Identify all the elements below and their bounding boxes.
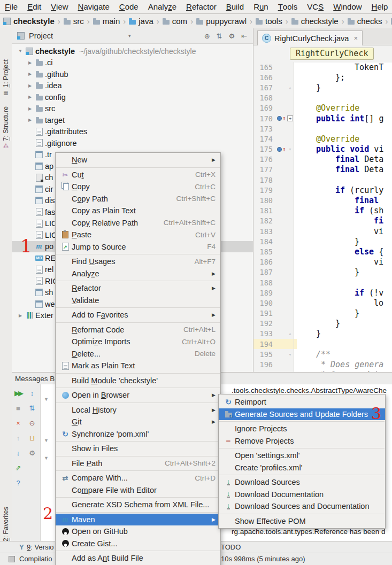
menu-item-add-to-favorites[interactable]: Add to Favorites▶ [56, 309, 220, 321]
menu-item-show-effective-pom[interactable]: Show Effective POM [219, 515, 385, 528]
breadcrumb-item[interactable]: checkstyle [3, 17, 55, 26]
menu-item-compare-with-[interactable]: Compare With...Ctrl+D [56, 472, 220, 484]
menu-item-git[interactable]: Git▶ [56, 416, 220, 428]
collapse-all-icon[interactable]: ⇅ [217, 32, 222, 40]
menu-item-open-in-browser[interactable]: Open in Browser▶ [56, 389, 220, 401]
menu-item-optimize-imports[interactable]: Optimize ImportsCtrl+Alt+O [56, 336, 220, 348]
close-icon[interactable]: × [13, 417, 24, 428]
menu-item-show-in-files[interactable]: Show in Files [56, 443, 220, 455]
menubar-item-analyze[interactable]: Analyze [143, 0, 181, 13]
tree-item-src[interactable]: ▶src [12, 103, 253, 115]
menu-item-copy[interactable]: CopyCtrl+C [56, 181, 220, 193]
menu-item-create-gist-[interactable]: Create Gist... [56, 538, 220, 550]
menubar-item-help[interactable]: Help [367, 0, 392, 13]
breadcrumb-item[interactable]: com [163, 17, 187, 26]
chevron-right-icon[interactable]: ▶ [26, 72, 34, 76]
tab-version-control[interactable]: 9: Versio [27, 543, 54, 551]
tree-item-config[interactable]: ▶config [12, 91, 253, 103]
settings-icon[interactable]: ⚙ [228, 32, 235, 40]
stripe-tab-7-structure[interactable]: 7: Structure⁂ [0, 106, 12, 172]
menubar-item-file[interactable]: File [0, 0, 22, 13]
menubar-item-code[interactable]: Code [114, 0, 143, 13]
menu-item-file-path[interactable]: File PathCtrl+Alt+Shift+2 [56, 458, 220, 470]
menubar-item-edit[interactable]: Edit [22, 0, 46, 13]
menu-item-open-on-github[interactable]: Open on GitHub [56, 525, 220, 538]
breadcrumb-item[interactable]: checkstyle [291, 17, 339, 26]
collapse-all-icon[interactable]: ⇅ [27, 403, 37, 413]
menubar-item-build[interactable]: Build [221, 0, 249, 13]
tree-item--gitignore[interactable]: .gitignore [12, 137, 253, 149]
menubar-item-tools[interactable]: Tools [273, 0, 303, 13]
tab-todo[interactable]: TODO [221, 543, 241, 551]
menu-item-open-settings-xml-[interactable]: Open 'settings.xml' [219, 450, 385, 462]
menu-item-reformat-code[interactable]: Reformat CodeCtrl+Alt+L [56, 324, 220, 336]
tree-item--ci[interactable]: ▶.ci [12, 57, 253, 69]
menu-item-mark-as-plain-text[interactable]: Mark as Plain Text [56, 360, 220, 372]
menubar-item-view[interactable]: View [46, 0, 73, 13]
code-area[interactable]: 165TokenT166};167▵}168169@Override170↑+p… [253, 62, 392, 372]
chevron-down-icon[interactable]: ▼ [16, 49, 25, 53]
tree-item--idea[interactable]: ▶.idea [12, 80, 253, 92]
locate-icon[interactable]: ⊕ [204, 32, 210, 40]
menu-item-reimport[interactable]: Reimport [219, 396, 385, 408]
rerun-icon[interactable]: ▶▶ [13, 388, 24, 398]
tree-item--github[interactable]: ▶.github [12, 68, 253, 80]
menu-item-add-as-ant-build-file[interactable]: Add as Ant Build File [56, 552, 220, 564]
chevron-down-icon[interactable]: ▾ [128, 33, 131, 38]
breadcrumb-item[interactable]: main [93, 17, 120, 26]
stop-icon[interactable]: ■ [13, 403, 24, 413]
editor[interactable]: C RightCurlyCheck.java × RightCurlyCheck… [253, 28, 392, 372]
suspend-icon[interactable]: ⊖ [27, 417, 37, 428]
import-icon[interactable]: ⊔ [27, 432, 37, 443]
chevron-right-icon[interactable]: ▶ [26, 95, 34, 99]
breadcrumb-item[interactable]: puppycrawl [196, 17, 247, 26]
menu-item-cut[interactable]: CutCtrl+X [56, 169, 220, 181]
fold-down-icon[interactable]: ▿ [287, 144, 294, 154]
menu-item-download-sources[interactable]: Download Sources [219, 476, 385, 489]
tree-expander-icon[interactable]: ▼ [44, 397, 49, 402]
tree-expander-icon[interactable]: ▼ [44, 438, 49, 443]
menubar-item-refactor[interactable]: Refactor [181, 0, 221, 13]
menu-item-remove-projects[interactable]: Remove Projects [219, 435, 385, 447]
expand-all-icon[interactable]: ↕ [27, 388, 37, 398]
menu-item-copy-path[interactable]: Copy PathCtrl+Shift+C [56, 193, 220, 205]
fold-up-icon[interactable]: ▵ [287, 82, 294, 92]
breadcrumb-item[interactable]: checks [348, 17, 382, 26]
fold-up-icon[interactable]: ▵ [287, 329, 294, 339]
menu-item-generate-sources-and-update-folders[interactable]: Generate Sources and Update Folders [219, 408, 385, 421]
menu-item-ignore-projects[interactable]: Ignore Projects [219, 423, 385, 435]
fold-down-icon[interactable]: ▿ [287, 349, 294, 359]
fold-plus-icon[interactable]: + [287, 113, 294, 123]
tree-item--gitattributes[interactable]: .gitattributes [12, 126, 253, 138]
hide-icon[interactable]: ⇤ [241, 32, 247, 40]
breadcrumb-item[interactable]: src [64, 17, 84, 26]
menu-item-refactor[interactable]: Refactor▶ [56, 282, 220, 295]
editor-tab[interactable]: C RightCurlyCheck.java × [257, 30, 363, 45]
menubar-item-run[interactable]: Run [249, 0, 273, 13]
settings-wrench-icon[interactable]: ⚙ [27, 447, 37, 458]
menu-item-build-module-checkstyle-[interactable]: Build Module 'checkstyle' [56, 375, 220, 387]
tree-item-target[interactable]: ▶target [12, 114, 253, 126]
menu-item-analyze[interactable]: Analyze▶ [56, 268, 220, 280]
menu-item-synchronize-pom-xml-[interactable]: Synchronize 'pom.xml' [56, 428, 220, 440]
menu-item-compare-file-with-editor[interactable]: Compare File with Editor [56, 484, 220, 497]
chevron-right-icon[interactable]: ▶ [26, 118, 34, 122]
menubar-item-vcs[interactable]: VCS [302, 0, 328, 13]
chevron-right-icon[interactable]: ▶ [26, 106, 34, 111]
tree-expander-icon[interactable]: ▼ [44, 455, 49, 461]
export-icon[interactable]: ⇗ [13, 462, 24, 473]
menu-item-jump-to-source[interactable]: Jump to SourceF4 [56, 241, 220, 253]
menu-item-generate-xsd-schema-from-xml-file-[interactable]: Generate XSD Schema from XML File... [56, 499, 220, 511]
menu-item-validate[interactable]: Validate [56, 295, 220, 307]
menu-item-copy-relative-path[interactable]: Copy Relative PathCtrl+Alt+Shift+C [56, 217, 220, 229]
chevron-right-icon[interactable]: ▶ [26, 60, 34, 65]
help-icon[interactable]: ? [13, 477, 24, 488]
up-icon[interactable]: ↑ [13, 432, 24, 443]
menu-item-delete-[interactable]: Delete...Delete [56, 348, 220, 360]
close-icon[interactable]: × [353, 34, 358, 42]
menu-item-paste[interactable]: PasteCtrl+V [56, 229, 220, 241]
menubar-item-navigate[interactable]: Navigate [73, 0, 114, 13]
chevron-right-icon[interactable]: ▶ [26, 83, 34, 88]
menubar-item-window[interactable]: Window [328, 0, 366, 13]
menu-item-download-documentation[interactable]: Download Documentation [219, 489, 385, 501]
